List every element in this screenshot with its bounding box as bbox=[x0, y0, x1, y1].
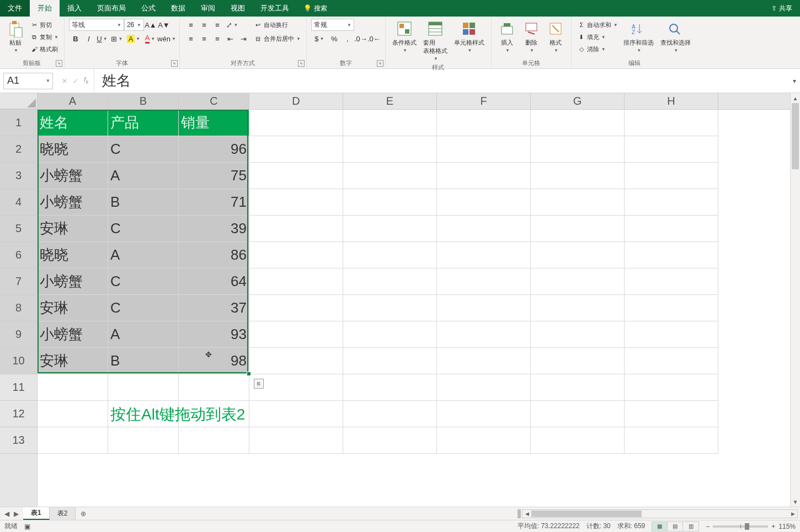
table-cell[interactable]: A bbox=[108, 321, 179, 348]
table-cell[interactable]: 71 bbox=[179, 189, 249, 216]
cell[interactable] bbox=[38, 427, 108, 454]
cell[interactable] bbox=[437, 295, 531, 321]
zoom-level[interactable]: 115% bbox=[778, 523, 796, 530]
table-cell[interactable]: C bbox=[108, 295, 179, 321]
row-header-13[interactable]: 13 bbox=[0, 427, 37, 454]
cell[interactable] bbox=[249, 268, 343, 295]
cell[interactable] bbox=[531, 216, 625, 242]
table-cell[interactable]: 98 bbox=[179, 348, 249, 374]
cell[interactable] bbox=[343, 374, 437, 401]
sheet-tab-2[interactable]: 表2 bbox=[50, 507, 76, 520]
font-color-button[interactable]: A▼ bbox=[142, 33, 158, 45]
tab-data[interactable]: 数据 bbox=[163, 0, 193, 17]
align-right-button[interactable]: ≡ bbox=[211, 33, 224, 45]
cell[interactable] bbox=[625, 401, 718, 427]
formula-bar-expand[interactable]: ▾ bbox=[789, 77, 800, 85]
paste-button[interactable]: 粘贴 ▼ bbox=[4, 19, 26, 54]
tab-file[interactable]: 文件 bbox=[0, 0, 30, 17]
cell[interactable] bbox=[249, 216, 343, 242]
hscroll-thumb[interactable] bbox=[531, 510, 642, 517]
align-middle-button[interactable]: ≡ bbox=[198, 19, 211, 31]
table-cell[interactable]: 64 bbox=[179, 268, 249, 295]
table-cell[interactable]: 安琳 bbox=[38, 348, 108, 374]
cell[interactable] bbox=[625, 321, 718, 348]
table-cell[interactable]: 39 bbox=[179, 216, 249, 242]
sheet-nav[interactable]: ◀▶ bbox=[0, 507, 23, 520]
cell[interactable] bbox=[531, 348, 625, 374]
cell-styles-button[interactable]: 单元格样式▼ bbox=[452, 19, 487, 54]
align-bottom-button[interactable]: ≡ bbox=[211, 19, 224, 31]
cell[interactable] bbox=[625, 427, 718, 454]
table-cell[interactable]: B bbox=[108, 189, 179, 216]
table-cell[interactable]: A bbox=[108, 242, 179, 268]
table-cell[interactable]: C bbox=[108, 136, 179, 163]
row-header-8[interactable]: 8 bbox=[0, 295, 37, 321]
cell[interactable] bbox=[531, 401, 625, 427]
cell[interactable] bbox=[625, 216, 718, 242]
vscroll-thumb[interactable] bbox=[792, 103, 799, 169]
view-page-layout-button[interactable]: ▤ bbox=[668, 522, 683, 531]
find-select-button[interactable]: 查找和选择▼ bbox=[658, 19, 693, 54]
cell[interactable] bbox=[249, 189, 343, 216]
tab-developer[interactable]: 开发工具 bbox=[253, 0, 297, 17]
scroll-left-button[interactable]: ◀ bbox=[522, 510, 531, 518]
table-cell[interactable]: 晓晓 bbox=[38, 242, 108, 268]
align-top-button[interactable]: ≡ bbox=[184, 19, 198, 31]
cell[interactable] bbox=[249, 295, 343, 321]
table-cell[interactable]: C bbox=[108, 216, 179, 242]
cell[interactable] bbox=[437, 189, 531, 216]
underline-button[interactable]: U▼ bbox=[95, 33, 109, 45]
cut-button[interactable]: ✂剪切 bbox=[29, 19, 60, 31]
formula-input[interactable]: 姓名 bbox=[94, 69, 789, 93]
cell[interactable] bbox=[531, 427, 625, 454]
table-cell[interactable]: 75 bbox=[179, 163, 249, 189]
font-size-select[interactable]: 26▼ bbox=[124, 19, 144, 31]
cell[interactable] bbox=[343, 163, 437, 189]
increase-indent-button[interactable]: ⇥ bbox=[237, 33, 250, 45]
cell[interactable] bbox=[437, 427, 531, 454]
cell[interactable] bbox=[179, 374, 249, 401]
table-cell[interactable]: 晓晓 bbox=[38, 136, 108, 163]
col-header-B[interactable]: B bbox=[108, 93, 179, 109]
cell[interactable] bbox=[343, 295, 437, 321]
cell[interactable] bbox=[625, 163, 718, 189]
cell[interactable] bbox=[249, 136, 343, 163]
horizontal-scrollbar[interactable]: ◀ ▶ bbox=[522, 509, 798, 518]
cell[interactable] bbox=[531, 189, 625, 216]
cell[interactable] bbox=[531, 374, 625, 401]
cell[interactable] bbox=[531, 268, 625, 295]
table-cell[interactable]: 小螃蟹 bbox=[38, 321, 108, 348]
col-header-E[interactable]: E bbox=[343, 93, 437, 109]
cell[interactable] bbox=[437, 136, 531, 163]
row-header-1[interactable]: 1 bbox=[0, 110, 37, 136]
cell[interactable] bbox=[249, 242, 343, 268]
wrap-text-button[interactable]: ↩自动换行 bbox=[253, 19, 302, 31]
row-header-4[interactable]: 4 bbox=[0, 189, 37, 216]
cell[interactable] bbox=[437, 401, 531, 427]
col-header-C[interactable]: C bbox=[179, 93, 249, 109]
cell[interactable] bbox=[625, 242, 718, 268]
table-cell[interactable]: C bbox=[108, 268, 179, 295]
number-format-select[interactable]: 常规▼ bbox=[311, 19, 354, 31]
increase-decimal-button[interactable]: .0→ bbox=[354, 33, 367, 45]
cell[interactable] bbox=[249, 163, 343, 189]
sheet-tab-split[interactable] bbox=[518, 509, 521, 518]
font-dialog-launcher[interactable]: ⬊ bbox=[171, 60, 178, 67]
select-all-corner[interactable] bbox=[0, 93, 38, 109]
tab-insert[interactable]: 插入 bbox=[60, 0, 89, 17]
col-header-F[interactable]: F bbox=[437, 93, 531, 109]
clipboard-dialog-launcher[interactable]: ⬊ bbox=[56, 60, 62, 67]
row-header-11[interactable]: 11 bbox=[0, 374, 37, 401]
cell[interactable] bbox=[343, 348, 437, 374]
sort-filter-button[interactable]: AZ排序和筛选▼ bbox=[621, 19, 656, 54]
cell[interactable] bbox=[249, 321, 343, 348]
col-header-G[interactable]: G bbox=[531, 93, 625, 109]
format-painter-button[interactable]: 🖌格式刷 bbox=[29, 43, 60, 55]
cell[interactable] bbox=[625, 110, 718, 136]
cell[interactable] bbox=[249, 401, 343, 427]
cell[interactable] bbox=[625, 268, 718, 295]
table-cell[interactable]: 小螃蟹 bbox=[38, 268, 108, 295]
row-header-6[interactable]: 6 bbox=[0, 242, 37, 268]
cell[interactable] bbox=[38, 401, 108, 427]
align-center-button[interactable]: ≡ bbox=[198, 33, 211, 45]
